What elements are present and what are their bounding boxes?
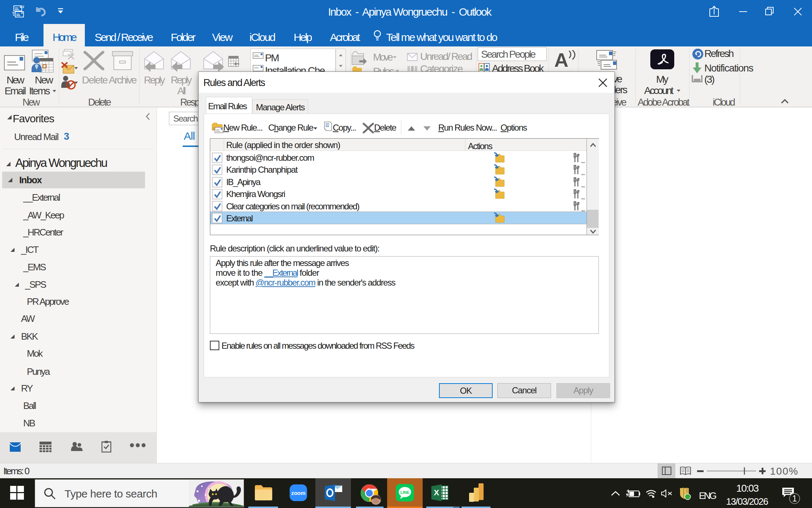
svg-text:LINE: LINE	[400, 490, 409, 495]
svg-text:zoom: zoom	[291, 490, 305, 496]
svg-text:1: 1	[792, 494, 797, 503]
svg-text:X: X	[434, 488, 439, 497]
